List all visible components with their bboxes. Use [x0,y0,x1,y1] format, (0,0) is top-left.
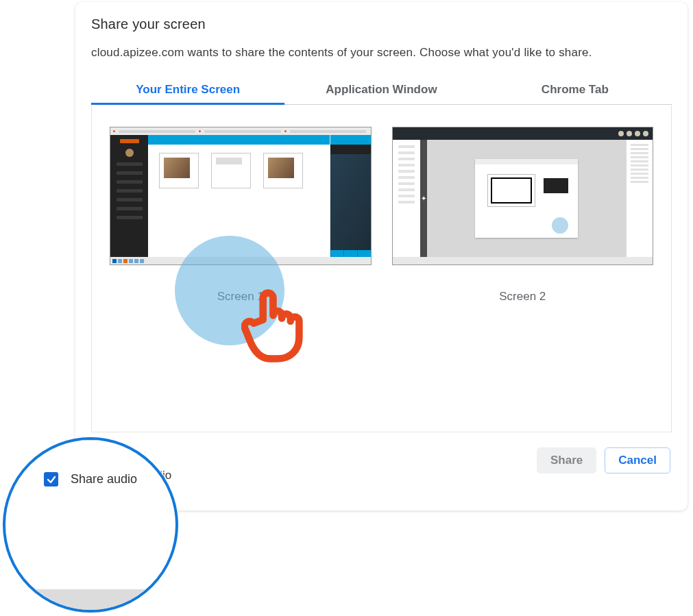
cancel-button[interactable]: Cancel [605,447,670,473]
drag-handle-icon: ✦ [420,140,427,257]
check-icon [47,475,56,484]
tab-entire-screen[interactable]: Your Entire Screen [91,76,284,104]
source-tabs: Your Entire Screen Application Window Ch… [91,76,672,105]
screen-grid: Screen 1 ✦ [91,105,672,432]
screen-caption-1: Screen 1 [217,290,264,304]
tab-chrome-tab[interactable]: Chrome Tab [478,76,672,104]
share-audio-checkbox-row[interactable]: Share audio [5,472,175,486]
share-audio-label: Share audio [71,472,137,486]
dialog-footer: Share audio Share Cancel [91,432,672,473]
share-screen-dialog: Share your screen cloud.apizee.com wants… [75,2,688,510]
zoom-lens: Share audio [3,437,178,613]
screen-thumb-1 [110,127,372,265]
tab-application-window[interactable]: Application Window [284,76,478,104]
dialog-description: cloud.apizee.com wants to share the cont… [91,46,672,60]
screen-thumb-2: ✦ [392,127,654,265]
share-audio-checkbox[interactable] [44,472,58,486]
screen-tile-1[interactable]: Screen 1 [110,127,372,410]
screen-tile-2[interactable]: ✦ Screen 2 [392,127,654,410]
screen-caption-2: Screen 2 [499,290,546,304]
dialog-title: Share your screen [91,16,672,32]
share-button[interactable]: Share [537,447,596,473]
